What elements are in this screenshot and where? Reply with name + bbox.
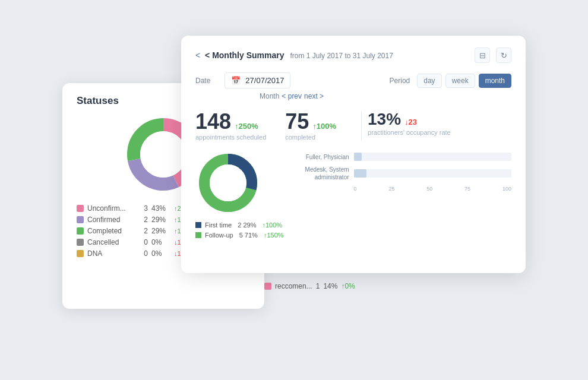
fuller-fill xyxy=(354,153,362,161)
medesk-fill xyxy=(354,169,366,178)
chart-area: First time 2 29% ↑100% Follow-up 5 71% ↑… xyxy=(195,150,511,242)
follow-up-dot xyxy=(195,232,201,238)
refresh-icon[interactable]: ↻ xyxy=(496,48,511,63)
fuller-track xyxy=(354,153,511,161)
bar-chart-section: Fuller, Physician Medesk, System adminis… xyxy=(302,150,511,192)
main-card: < < Monthly Summary from 1 July 2017 to … xyxy=(181,36,526,273)
confirmed-dot xyxy=(77,216,84,223)
date-period-row: Date 📅 27/07/2017 Period day week month xyxy=(195,72,511,88)
appointments-change: ↑250% xyxy=(235,122,258,131)
stats-row: 148 ↑250% appointments scheduled 75 ↑100… xyxy=(195,111,511,141)
prev-link[interactable]: < prev xyxy=(282,92,302,100)
card-title: < < Monthly Summary from 1 July 2017 to … xyxy=(195,50,393,60)
date-value: 27/07/2017 xyxy=(245,76,284,85)
back-link[interactable]: < xyxy=(195,50,200,60)
occupancy-sub: practitioners' occupancy rate xyxy=(368,129,451,136)
occupancy-number: 13% xyxy=(368,111,401,128)
first-time-legend: First time 2 29% ↑100% xyxy=(195,221,284,229)
svg-point-6 xyxy=(210,164,246,201)
first-time-dot xyxy=(195,222,201,228)
cancelled-dot xyxy=(77,239,84,246)
completed-number: 75 xyxy=(285,111,309,132)
filter-icon[interactable]: ⊟ xyxy=(475,48,490,63)
monthly-summary-label: < Monthly Summary xyxy=(205,50,284,60)
date-label: Date xyxy=(195,77,210,85)
stat-divider xyxy=(361,111,362,141)
completed-dot xyxy=(77,227,84,235)
appt-type-legend: First time 2 29% ↑100% Follow-up 5 71% ↑… xyxy=(195,221,284,239)
period-group: Period day week month xyxy=(390,74,511,88)
date-input[interactable]: 📅 27/07/2017 xyxy=(225,72,290,88)
dna-dot xyxy=(77,250,84,257)
completed-change: ↑100% xyxy=(312,122,336,131)
stat-appointments: 148 ↑250% appointments scheduled xyxy=(195,111,266,141)
next-link[interactable]: next > xyxy=(304,92,324,100)
occupancy-change: ↓23 xyxy=(404,118,417,126)
medesk-track xyxy=(354,169,511,178)
completed-sub: completed xyxy=(285,134,336,141)
completed-donut: First time 2 29% ↑100% Follow-up 5 71% ↑… xyxy=(195,150,284,242)
reccomen-legend: reccomen... 1 14% ↑0% xyxy=(264,282,355,290)
period-label: Period xyxy=(390,77,410,85)
bar-row-medesk: Medesk, System administrator xyxy=(302,166,511,181)
stat-completed: 75 ↑100% completed xyxy=(285,111,336,141)
medesk-label: Medesk, System administrator xyxy=(302,166,349,181)
follow-up-legend: Follow-up 5 71% ↑150% xyxy=(195,232,284,239)
bar-chart: Fuller, Physician Medesk, System adminis… xyxy=(302,153,511,181)
svg-point-3 xyxy=(140,131,186,178)
stat-occupancy: 13% ↓23 practitioners' occupancy rate xyxy=(368,111,451,141)
reccomen-dot xyxy=(264,283,271,290)
bar-row-fuller: Fuller, Physician xyxy=(302,153,511,161)
card-header: < < Monthly Summary from 1 July 2017 to … xyxy=(195,48,511,63)
period-day-button[interactable]: day xyxy=(417,74,441,88)
appointments-sub: appointments scheduled xyxy=(195,134,266,141)
bar-axis: 0 25 50 75 100 xyxy=(302,186,511,192)
unconfirmed-dot xyxy=(77,205,84,212)
month-label: Month xyxy=(260,92,279,100)
header-actions: ⊟ ↻ xyxy=(475,48,511,63)
month-nav: Month < prev next > xyxy=(260,92,511,100)
period-week-button[interactable]: week xyxy=(445,74,475,88)
period-month-button[interactable]: month xyxy=(479,74,511,88)
calendar-icon: 📅 xyxy=(231,76,241,85)
appointments-number: 148 xyxy=(195,111,231,132)
fuller-label: Fuller, Physician xyxy=(302,153,349,161)
date-range-label: from 1 July 2017 to 31 July 2017 xyxy=(290,52,393,60)
